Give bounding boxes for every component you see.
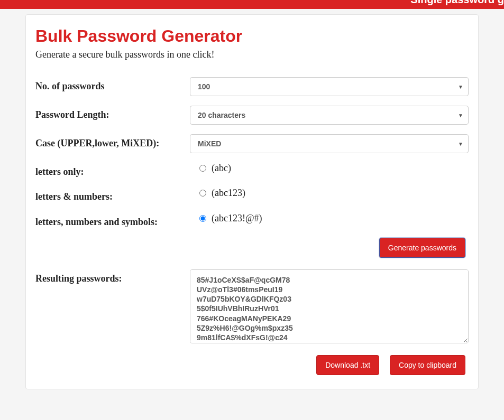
row-letters-only: letters only: (abc) — [35, 163, 469, 178]
row-letters-numbers-symbols: letters, numbers and symbols: (abc123!@#… — [35, 213, 469, 228]
row-count: No. of passwords 100 ▼ — [35, 77, 469, 96]
page-title: Bulk Password Generator — [35, 26, 469, 46]
topbar-link[interactable]: Single password g — [410, 0, 504, 6]
letters-only-label: letters only: — [35, 163, 190, 178]
letters-numbers-symbols-radio[interactable] — [199, 215, 206, 222]
generate-row: Generate passwords — [35, 238, 469, 258]
length-select[interactable]: 20 characters — [190, 106, 469, 125]
letters-numbers-hint: (abc123) — [212, 188, 245, 199]
row-length: Password Length: 20 characters ▼ — [35, 106, 469, 125]
generate-button[interactable]: Generate passwords — [379, 238, 465, 258]
results-label: Resulting passwords: — [35, 269, 190, 285]
generator-card: Bulk Password Generator Generate a secur… — [25, 14, 479, 389]
count-label: No. of passwords — [35, 77, 190, 92]
letters-numbers-label: letters & numbers: — [35, 188, 190, 203]
letters-numbers-symbols-label: letters, numbers and symbols: — [35, 213, 190, 228]
count-select[interactable]: 100 — [190, 77, 469, 96]
topbar: Single password g — [0, 0, 504, 9]
copy-button[interactable]: Copy to clipboard — [390, 355, 465, 375]
row-case: Case (UPPER,lower, MiXED): MiXED ▼ — [35, 134, 469, 153]
results-textarea[interactable] — [190, 269, 469, 343]
page-subtitle: Generate a secure bulk passwords in one … — [35, 49, 469, 60]
case-select[interactable]: MiXED — [190, 134, 469, 153]
letters-only-radio[interactable] — [199, 165, 206, 172]
case-label: Case (UPPER,lower, MiXED): — [35, 134, 190, 150]
letters-numbers-symbols-hint: (abc123!@#) — [212, 213, 262, 224]
letters-numbers-radio[interactable] — [199, 190, 206, 197]
letters-only-hint: (abc) — [212, 163, 231, 174]
row-letters-numbers: letters & numbers: (abc123) — [35, 188, 469, 203]
bottom-buttons: Download .txt Copy to clipboard — [35, 355, 469, 375]
row-results: Resulting passwords: — [35, 269, 469, 346]
length-label: Password Length: — [35, 106, 190, 121]
download-button[interactable]: Download .txt — [316, 355, 379, 375]
